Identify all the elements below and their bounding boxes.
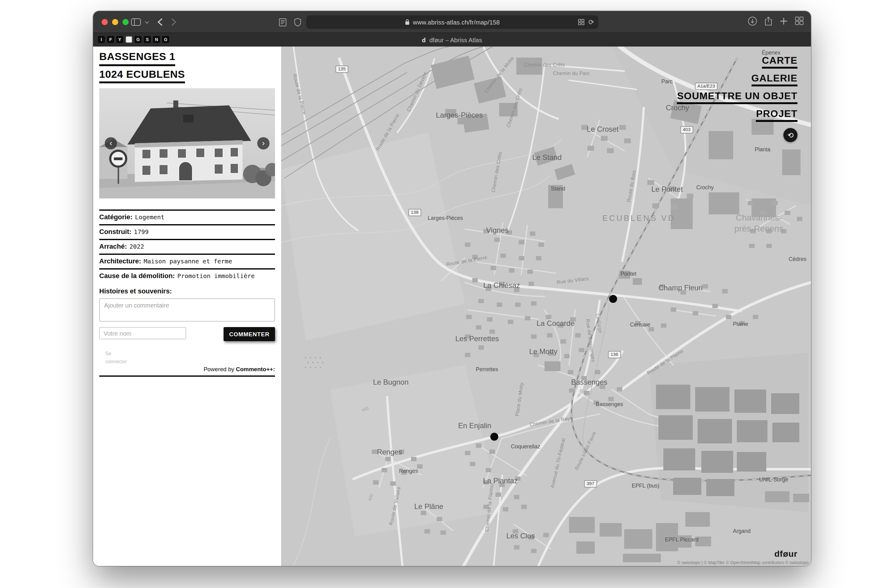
map-label: Route de la Pierre xyxy=(375,113,400,152)
reload-icon[interactable]: ⟳ xyxy=(589,18,594,26)
map-label: La Cocarde xyxy=(537,319,574,328)
main-navigation: CARTEGALERIESOUMETTRE UN OBJETPROJET xyxy=(677,55,798,126)
map-label: Route de la Pierre xyxy=(292,74,307,115)
map-reset-button[interactable]: ⟲ xyxy=(783,128,798,142)
map-label: Coquerellaz xyxy=(511,444,540,450)
map-label: Argand xyxy=(733,528,751,534)
share-icon[interactable] xyxy=(764,16,772,28)
map-label: Bassenges xyxy=(596,401,623,407)
map-label: Place du Motty xyxy=(514,382,524,417)
map-label: Perrettes xyxy=(476,366,498,372)
browser-toolbar: www.abriss-atlas.ch/fr/map/158 ⟳ xyxy=(93,11,811,33)
active-tab[interactable]: d dføur – Abriss Atlas xyxy=(422,36,482,43)
close-window-button[interactable] xyxy=(102,19,108,25)
map-label: Planta xyxy=(754,146,770,153)
zoom-window-button[interactable] xyxy=(123,19,129,25)
privacy-shield-icon[interactable] xyxy=(294,11,302,33)
extensions-icon[interactable] xyxy=(578,16,584,28)
nav-projet[interactable]: PROJET xyxy=(756,108,798,122)
detail-row: Arraché:2022 xyxy=(99,239,275,254)
social-icon[interactable]: I xyxy=(98,36,105,43)
address-bar[interactable]: www.abriss-atlas.ch/fr/map/158 ⟳ xyxy=(306,15,598,29)
map-label: EPFL Piccard xyxy=(665,537,698,543)
photo-carousel: ‹ › xyxy=(99,88,275,199)
map-label: Épenex xyxy=(762,50,780,56)
map-label: Renges xyxy=(377,448,402,456)
map-label: Les Perrettes xyxy=(455,334,499,343)
map-label: Parc xyxy=(661,78,672,84)
dfour-logo: dføur xyxy=(774,549,798,559)
map-label: Chemin des Crêts xyxy=(524,62,565,68)
login-link[interactable]: Se connecter xyxy=(105,351,134,366)
map-marker[interactable] xyxy=(609,295,617,303)
map-label: Rue de Bassenges xyxy=(585,319,596,363)
social-icon[interactable] xyxy=(126,36,132,43)
new-tab-icon[interactable] xyxy=(780,16,788,28)
downloads-icon[interactable] xyxy=(748,16,757,28)
detail-label: Arraché: xyxy=(99,243,127,250)
map-label: La Chiésaz xyxy=(483,281,520,290)
map-label: Route de la Plaine xyxy=(646,348,684,376)
name-input[interactable] xyxy=(99,327,186,340)
nav-carte[interactable]: CARTE xyxy=(762,55,798,69)
map-label: Le Stand xyxy=(532,153,562,162)
sidebar-divider xyxy=(99,375,275,376)
road-number-badge: 138 xyxy=(408,209,421,216)
social-icon[interactable]: N xyxy=(153,36,160,43)
commento-link[interactable]: Commento++: xyxy=(236,366,275,372)
map-label: La Sorge xyxy=(594,313,603,333)
map-label: Le Motty xyxy=(529,347,557,356)
map-label: Stand xyxy=(550,186,565,192)
submit-comment-button[interactable]: COMMENTER xyxy=(224,327,275,342)
reader-icon[interactable] xyxy=(279,11,286,33)
minimize-window-button[interactable] xyxy=(112,19,118,25)
map-label: Le Plâne xyxy=(414,502,444,511)
social-icon[interactable]: S xyxy=(144,36,151,43)
social-icon[interactable]: G xyxy=(162,36,169,43)
map-label: En Enjalin xyxy=(458,422,491,430)
map-label: Larges-Pièces xyxy=(428,215,463,221)
forward-button[interactable] xyxy=(171,11,177,33)
road-number-badge: 135 xyxy=(335,66,348,73)
map-label: Chemin des Crêts xyxy=(506,87,524,128)
powered-by: Powered by Commento++: xyxy=(99,366,275,372)
social-icon[interactable]: F xyxy=(107,36,114,43)
map-label: Champ Fleuri xyxy=(658,284,702,292)
nav-soumettre-un-objet[interactable]: SOUMETTRE UN OBJET xyxy=(677,91,798,104)
map-attribution: © swisstopo | © MapTiler © OpenStreetMap… xyxy=(677,560,808,565)
map-label: Route Louis Favre xyxy=(574,430,597,471)
map-label: Chemin de la Raye xyxy=(529,415,573,428)
road-number-badge: 397 xyxy=(584,480,597,488)
map-label: EPFL (bus) xyxy=(632,483,659,489)
site-favicon: d xyxy=(422,36,426,43)
map-label: Le Bugnon xyxy=(373,378,408,387)
map-label: UNIL-Sorge xyxy=(759,477,788,483)
stories-heading: Histoires et souvenirs: xyxy=(99,288,275,295)
lock-icon xyxy=(405,16,410,28)
social-icon[interactable]: Y xyxy=(116,36,123,43)
map[interactable]: ECUBLENS VDChavannes- près-RenensLarges-… xyxy=(281,46,811,566)
tab-overview-icon[interactable] xyxy=(795,16,804,28)
comment-input[interactable] xyxy=(99,298,275,322)
social-icon[interactable]: G xyxy=(135,36,141,43)
detail-label: Architecture: xyxy=(99,258,141,265)
browser-window: www.abriss-atlas.ch/fr/map/158 ⟳ xyxy=(93,11,811,566)
map-label: La Plantaz xyxy=(483,477,518,485)
map-label: Chemin du Dévent xyxy=(406,71,429,112)
detail-row: Catégorie:Logement xyxy=(99,210,275,225)
nav-galerie[interactable]: GALERIE xyxy=(751,73,798,86)
chevron-down-icon[interactable] xyxy=(144,11,150,33)
map-label: Le Pontet xyxy=(651,185,683,194)
detail-label: Cause de la démolition: xyxy=(99,272,175,280)
desktop: www.abriss-atlas.ch/fr/map/158 ⟳ xyxy=(0,0,882,588)
map-label: Bassenges xyxy=(571,378,608,387)
detail-row: Cause de la démolition:Promotion immobil… xyxy=(99,268,275,283)
sidebar-toggle-icon[interactable] xyxy=(131,11,141,33)
road-number-badge: 136 xyxy=(608,351,621,358)
map-marker[interactable] xyxy=(490,433,498,441)
back-button[interactable] xyxy=(157,11,163,33)
object-title: BASSENGES 1 xyxy=(99,51,175,66)
map-label: Chemin des Crêts xyxy=(490,151,503,193)
object-address: 1024 ECUBLENS xyxy=(99,69,185,83)
window-controls xyxy=(102,19,129,25)
